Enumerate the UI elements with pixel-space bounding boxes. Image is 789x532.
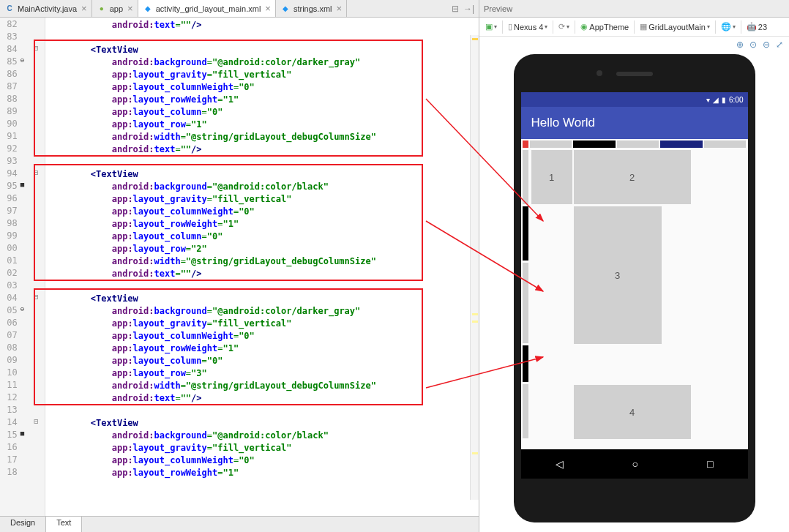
code-content[interactable]: android:text=""/> <TextView android:back… [45, 18, 479, 516]
theme-selector[interactable]: ◉AppTheme [577, 20, 632, 33]
grid-cell: 2 [574, 150, 691, 204]
rotate-icon: ⟳ [558, 22, 565, 31]
java-class-icon: C [4, 4, 15, 14]
layout-label: GridLayoutMain [648, 23, 706, 31]
marker-bar[interactable] [470, 35, 479, 500]
app-title: Hello World [531, 116, 596, 130]
module-icon: ● [97, 4, 107, 14]
arrow-right-icon[interactable]: →| [463, 4, 474, 14]
globe-icon: 🌐 [721, 22, 731, 31]
wifi-icon: ▾ [706, 96, 710, 104]
tab-activity-grid-layout[interactable]: ◆activity_grid_layout_main.xml× [138, 0, 276, 17]
zoom-actual-icon[interactable]: ⊙ [749, 40, 757, 50]
device-label: Nexus 4 [514, 23, 543, 31]
layout-icon: ▦ [640, 22, 647, 31]
tab-mainactivity[interactable]: CMainActivity.java× [0, 0, 92, 17]
zoom-controls: ⊕ ⊙ ⊖ ⤢ [479, 37, 789, 53]
close-icon[interactable]: × [265, 3, 271, 14]
speaker [616, 72, 653, 76]
preview-header: Preview [479, 0, 789, 18]
tab-strings[interactable]: ◆strings.xml× [276, 0, 347, 17]
tab-app[interactable]: ●app× [92, 0, 138, 17]
editor-mode-tabs: Design Text [0, 516, 479, 532]
nav-bar: ◁ ○ □ [521, 449, 748, 479]
code-editor[interactable]: 828384⊟85⊖868788899091929394⊟95■96979899… [0, 18, 479, 516]
preview-toolbar: ▣▾ ▯Nexus 4▾ ⟳▾ ◉AppTheme ▦GridLayoutMai… [479, 18, 789, 37]
grid-cell: 3 [574, 206, 662, 344]
zoom-out-icon[interactable]: ⊖ [763, 40, 770, 50]
text-tab[interactable]: Text [46, 517, 82, 532]
grid-cell: 4 [574, 385, 691, 439]
back-icon[interactable]: ◁ [556, 458, 564, 470]
device-screen: ▾ ◢ ▮ 6:00 Hello World [521, 92, 748, 479]
grid-layout-preview: 1 2 3 4 [521, 139, 748, 443]
android-icon: 🤖 [747, 22, 757, 31]
line-gutter: 828384⊟85⊖868788899091929394⊟95■96979899… [0, 18, 45, 516]
app-bar: Hello World [521, 107, 748, 139]
grid-cell: 1 [531, 150, 572, 204]
layout-selector[interactable]: ▦GridLayoutMain▾ [637, 20, 713, 33]
theme-icon: ◉ [580, 22, 588, 31]
tabs-overflow[interactable]: ⊟→| [447, 0, 479, 17]
status-time: 6:00 [729, 96, 743, 104]
battery-icon: ▮ [722, 96, 726, 104]
locale-button[interactable]: 🌐▾ [718, 20, 738, 33]
xml-icon: ◆ [143, 4, 153, 14]
device-frame: ▾ ◢ ▮ 6:00 Hello World [514, 54, 755, 522]
tab-label: app [110, 4, 123, 13]
viewport-button[interactable]: ▣▾ [482, 20, 500, 33]
pin-icon[interactable]: ⊟ [452, 4, 459, 14]
status-bar: ▾ ◢ ▮ 6:00 [521, 92, 748, 107]
home-icon[interactable]: ○ [632, 458, 638, 470]
orientation-button[interactable]: ⟳▾ [556, 20, 572, 33]
preview-title: Preview [484, 4, 512, 13]
api-selector[interactable]: 🤖23 [744, 20, 770, 33]
api-label: 23 [758, 23, 767, 31]
close-icon[interactable]: × [81, 3, 87, 14]
tab-label: strings.xml [293, 4, 332, 13]
viewport-icon: ▣ [485, 22, 493, 31]
theme-label: AppTheme [589, 23, 629, 31]
editor-tabs: CMainActivity.java× ●app× ◆activity_grid… [0, 0, 479, 18]
tab-label: activity_grid_layout_main.xml [156, 4, 261, 13]
tab-label: MainActivity.java [18, 4, 77, 13]
recent-icon[interactable]: □ [707, 458, 713, 470]
xml-icon: ◆ [280, 4, 291, 14]
camera [597, 70, 602, 76]
close-icon[interactable]: × [336, 3, 342, 14]
device-selector[interactable]: ▯Nexus 4▾ [505, 20, 550, 33]
signal-icon: ◢ [713, 96, 719, 104]
close-icon[interactable]: × [127, 3, 133, 14]
device-icon: ▯ [508, 22, 512, 31]
design-tab[interactable]: Design [0, 517, 46, 532]
zoom-fit-icon[interactable]: ⤢ [776, 40, 783, 50]
zoom-in-icon[interactable]: ⊕ [736, 40, 744, 50]
